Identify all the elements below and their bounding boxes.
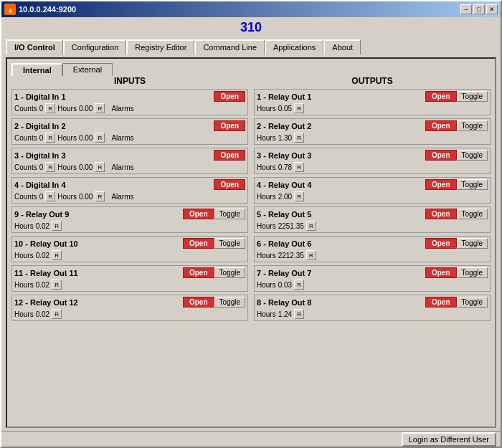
tab-applications[interactable]: Applications: [265, 39, 323, 54]
output-2: 2 - Relay Out 2 Open Toggle Hours 1.30 R: [254, 118, 491, 145]
input-4-r2-btn[interactable]: R: [95, 191, 105, 201]
relay-9-name: 9 - Relay Out 9: [14, 210, 183, 219]
output-2-toggle-btn[interactable]: Toggle: [457, 120, 488, 131]
input-2-r2-btn[interactable]: R: [95, 133, 105, 143]
relay-10-r-btn[interactable]: R: [52, 250, 62, 260]
output-7-bottom: Hours 0.03 R: [257, 280, 488, 290]
tab-configuration[interactable]: Configuration: [63, 39, 126, 54]
output-8-open-btn[interactable]: Open: [425, 297, 457, 308]
input-3-r2-btn[interactable]: R: [95, 162, 105, 172]
maximize-button[interactable]: □: [473, 4, 485, 14]
input-3-name: 3 - Digital In 3: [14, 151, 214, 160]
main-tabs: I/O Control Configuration Registry Edito…: [6, 39, 496, 54]
output-3-toggle-btn[interactable]: Toggle: [457, 150, 488, 161]
relay-9-open-btn[interactable]: Open: [183, 209, 214, 219]
tab-registry-editor[interactable]: Registry Editor: [126, 39, 194, 54]
outputs-header: OUTPUTS: [254, 76, 491, 86]
output-5-name: 5 - Relay Out 5: [257, 210, 425, 219]
output-7-toggle-btn[interactable]: Toggle: [457, 267, 488, 278]
input-2-top: 2 - Digital In 2 Open: [14, 120, 245, 131]
login-different-user-button[interactable]: Login as Different User: [402, 432, 496, 447]
subtab-external[interactable]: External: [62, 63, 113, 76]
input-3-r1-btn[interactable]: R: [45, 162, 55, 172]
output-2-top: 2 - Relay Out 2 Open Toggle: [257, 120, 488, 131]
output-3: 3 - Relay Out 3 Open Toggle Hours 0.78 R: [254, 148, 491, 174]
output-2-name: 2 - Relay Out 2: [257, 122, 425, 130]
main-panel: Internal External INPUTS 1 - Digital In …: [6, 57, 496, 428]
output-5-r-btn[interactable]: R: [306, 221, 316, 231]
output-1-toggle-btn[interactable]: Toggle: [457, 91, 488, 102]
input-2-r1-btn[interactable]: R: [45, 133, 55, 143]
input-4-r1-btn[interactable]: R: [45, 191, 55, 201]
input-4: 4 - Digital In 4 Open Counts 0 R Hours 0…: [11, 177, 248, 204]
output-7-open-btn[interactable]: Open: [425, 267, 457, 278]
outputs-column: OUTPUTS 1 - Relay Out 1 Open Toggle Hour…: [254, 76, 491, 324]
input-2-name: 2 - Digital In 2: [14, 122, 214, 130]
output-3-r-btn[interactable]: R: [294, 162, 304, 172]
relay-12-toggle-btn[interactable]: Toggle: [214, 297, 245, 308]
minimize-button[interactable]: –: [460, 4, 472, 14]
output-1-r-btn[interactable]: R: [294, 103, 304, 113]
title-bar-buttons: – □ ✕: [460, 4, 498, 14]
output-4: 4 - Relay Out 4 Open Toggle Hours 2.00 R: [254, 177, 491, 204]
output-6-toggle-btn[interactable]: Toggle: [457, 238, 488, 249]
relay-12-r-btn[interactable]: R: [52, 309, 62, 319]
counts-label: Counts: [14, 105, 37, 113]
input-1-r2-btn[interactable]: R: [95, 103, 105, 113]
relay-11-bottom: Hours 0.02 R: [14, 280, 245, 290]
output-5-open-btn[interactable]: Open: [425, 209, 457, 219]
relay-9-bottom: Hours 0.02 R: [14, 221, 245, 231]
title-bar-left: 🔥 10.0.0.244:9200: [4, 4, 76, 15]
tab-io-control[interactable]: I/O Control: [6, 39, 63, 54]
inputs-header: INPUTS: [11, 76, 248, 86]
output-4-toggle-btn[interactable]: Toggle: [457, 179, 488, 190]
output-6-open-btn[interactable]: Open: [425, 238, 457, 249]
output-8-toggle-btn[interactable]: Toggle: [457, 297, 488, 308]
output-1-open-btn[interactable]: Open: [425, 91, 457, 102]
output-7-r-btn[interactable]: R: [294, 280, 304, 290]
output-3-open-btn[interactable]: Open: [425, 150, 457, 161]
relay-11-toggle-btn[interactable]: Toggle: [214, 267, 245, 278]
relay-11-r-btn[interactable]: R: [52, 280, 62, 290]
subtab-internal[interactable]: Internal: [11, 63, 62, 76]
input-3-counts: 0: [39, 163, 44, 171]
relay-10-bottom: Hours 0.02 R: [14, 250, 245, 260]
input-2-open-btn[interactable]: Open: [214, 120, 245, 131]
close-button[interactable]: ✕: [486, 4, 498, 14]
output-2-bottom: Hours 1.30 R: [257, 133, 488, 143]
input-2-counts: 0: [39, 134, 44, 142]
output-4-open-btn[interactable]: Open: [425, 179, 457, 190]
output-2-hours: 1.30: [278, 134, 292, 142]
output-1-name: 1 - Relay Out 1: [257, 92, 425, 101]
relay-12-open-btn[interactable]: Open: [183, 297, 214, 308]
input-1-open-btn[interactable]: Open: [214, 91, 245, 102]
output-3-bottom: Hours 0.78 R: [257, 162, 488, 172]
input-1-hours: 0.00: [79, 105, 93, 113]
input-3-open-btn[interactable]: Open: [214, 150, 245, 161]
output-1-top: 1 - Relay Out 1 Open Toggle: [257, 91, 488, 102]
input-3-hours: 0.00: [79, 163, 93, 171]
output-2-open-btn[interactable]: Open: [425, 120, 457, 131]
input-3: 3 - Digital In 3 Open Counts 0 R Hours 0…: [11, 148, 248, 174]
output-6-r-btn[interactable]: R: [306, 250, 316, 260]
output-4-r-btn[interactable]: R: [294, 191, 304, 201]
output-5-toggle-btn[interactable]: Toggle: [457, 209, 488, 219]
input-4-open-btn[interactable]: Open: [214, 179, 245, 190]
window-title: 10.0.0.244:9200: [19, 5, 76, 14]
tab-command-line[interactable]: Command Line: [194, 39, 265, 54]
output-4-name: 4 - Relay Out 4: [257, 181, 425, 189]
input-1-r1-btn[interactable]: R: [45, 103, 55, 113]
content-area: 310 I/O Control Configuration Registry E…: [1, 17, 501, 431]
input-2-hours: 0.00: [79, 134, 93, 142]
output-8-r-btn[interactable]: R: [294, 309, 304, 319]
input-1: 1 - Digital In 1 Open Counts 0 R Hours 0…: [11, 89, 248, 115]
relay-9-toggle-btn[interactable]: Toggle: [214, 209, 245, 219]
output-2-r-btn[interactable]: R: [294, 133, 304, 143]
relay-11-open-btn[interactable]: Open: [183, 267, 214, 278]
output-8-name: 8 - Relay Out 8: [257, 298, 425, 307]
tab-about[interactable]: About: [323, 39, 361, 54]
relay-10-toggle-btn[interactable]: Toggle: [214, 238, 245, 249]
input-4-counts: 0: [39, 193, 44, 201]
relay-10-open-btn[interactable]: Open: [183, 238, 214, 249]
relay-9-r-btn[interactable]: R: [52, 221, 62, 231]
